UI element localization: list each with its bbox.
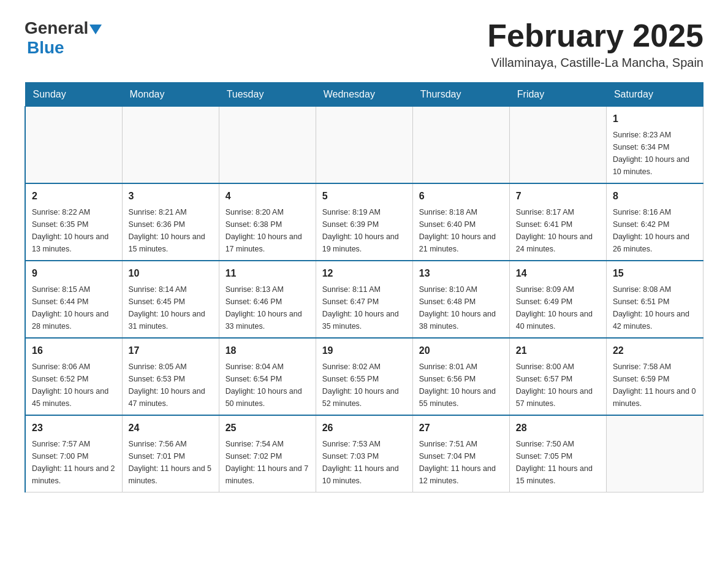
calendar-cell-w3-d7: 15Sunrise: 8:08 AMSunset: 6:51 PMDayligh… xyxy=(606,261,703,338)
logo: General Blue xyxy=(25,18,103,58)
day-number-8: 8 xyxy=(613,189,697,204)
day-info-16: Sunrise: 8:06 AMSunset: 6:52 PMDaylight:… xyxy=(32,361,116,410)
day-number-16: 16 xyxy=(32,343,116,358)
calendar-cell-w4-d5: 20Sunrise: 8:01 AMSunset: 6:56 PMDayligh… xyxy=(412,338,509,415)
calendar-cell-w1-d5 xyxy=(412,107,509,184)
day-info-19: Sunrise: 8:02 AMSunset: 6:55 PMDaylight:… xyxy=(322,361,406,410)
header-tuesday: Tuesday xyxy=(219,83,316,107)
logo-general-text: General xyxy=(25,18,88,38)
calendar-cell-w2-d3: 4Sunrise: 8:20 AMSunset: 6:38 PMDaylight… xyxy=(219,183,316,261)
calendar-week-2: 2Sunrise: 8:22 AMSunset: 6:35 PMDaylight… xyxy=(25,183,703,261)
calendar-cell-w2-d6: 7Sunrise: 8:17 AMSunset: 6:41 PMDaylight… xyxy=(509,183,606,261)
day-info-2: Sunrise: 8:22 AMSunset: 6:35 PMDaylight:… xyxy=(32,206,116,255)
calendar-cell-w1-d1 xyxy=(25,107,122,184)
calendar-cell-w4-d3: 18Sunrise: 8:04 AMSunset: 6:54 PMDayligh… xyxy=(219,338,316,415)
day-number-15: 15 xyxy=(613,266,697,281)
calendar-cell-w1-d6 xyxy=(509,107,606,184)
calendar-cell-w5-d3: 25Sunrise: 7:54 AMSunset: 7:02 PMDayligh… xyxy=(219,415,316,492)
calendar-cell-w2-d7: 8Sunrise: 8:16 AMSunset: 6:42 PMDaylight… xyxy=(606,183,703,261)
calendar-subtitle: Villaminaya, Castille-La Mancha, Spain xyxy=(487,56,703,70)
day-number-2: 2 xyxy=(32,189,116,204)
day-number-3: 3 xyxy=(129,189,213,204)
calendar-cell-w5-d7 xyxy=(606,415,703,492)
header-monday: Monday xyxy=(122,83,219,107)
logo-blue-text: Blue xyxy=(27,38,64,58)
day-info-18: Sunrise: 8:04 AMSunset: 6:54 PMDaylight:… xyxy=(226,361,309,410)
day-number-21: 21 xyxy=(516,343,600,358)
day-number-5: 5 xyxy=(322,189,406,204)
day-info-24: Sunrise: 7:56 AMSunset: 7:01 PMDaylight:… xyxy=(129,438,213,487)
day-number-26: 26 xyxy=(322,421,406,435)
calendar-cell-w4-d7: 22Sunrise: 7:58 AMSunset: 6:59 PMDayligh… xyxy=(606,338,703,415)
calendar-week-3: 9Sunrise: 8:15 AMSunset: 6:44 PMDaylight… xyxy=(25,261,703,338)
calendar-table: Sunday Monday Tuesday Wednesday Thursday… xyxy=(25,82,703,492)
day-info-8: Sunrise: 8:16 AMSunset: 6:42 PMDaylight:… xyxy=(613,206,697,255)
day-info-13: Sunrise: 8:10 AMSunset: 6:48 PMDaylight:… xyxy=(419,283,503,332)
header-thursday: Thursday xyxy=(412,83,509,107)
calendar-title: February 2025 xyxy=(487,18,703,53)
day-number-19: 19 xyxy=(322,343,406,358)
calendar-cell-w2-d2: 3Sunrise: 8:21 AMSunset: 6:36 PMDaylight… xyxy=(122,183,219,261)
header-friday: Friday xyxy=(509,83,606,107)
day-number-24: 24 xyxy=(129,421,213,435)
calendar-cell-w5-d2: 24Sunrise: 7:56 AMSunset: 7:01 PMDayligh… xyxy=(122,415,219,492)
calendar-cell-w3-d2: 10Sunrise: 8:14 AMSunset: 6:45 PMDayligh… xyxy=(122,261,219,338)
calendar-cell-w1-d3 xyxy=(219,107,316,184)
header-saturday: Saturday xyxy=(606,83,703,107)
calendar-week-1: 1Sunrise: 8:23 AMSunset: 6:34 PMDaylight… xyxy=(25,107,703,184)
calendar-cell-w4-d4: 19Sunrise: 8:02 AMSunset: 6:55 PMDayligh… xyxy=(316,338,412,415)
day-info-14: Sunrise: 8:09 AMSunset: 6:49 PMDaylight:… xyxy=(516,283,600,332)
calendar-cell-w4-d1: 16Sunrise: 8:06 AMSunset: 6:52 PMDayligh… xyxy=(25,338,122,415)
day-number-4: 4 xyxy=(226,189,309,204)
day-number-27: 27 xyxy=(419,421,503,435)
day-info-5: Sunrise: 8:19 AMSunset: 6:39 PMDaylight:… xyxy=(322,206,406,255)
day-info-23: Sunrise: 7:57 AMSunset: 7:00 PMDaylight:… xyxy=(32,438,116,487)
calendar-cell-w4-d2: 17Sunrise: 8:05 AMSunset: 6:53 PMDayligh… xyxy=(122,338,219,415)
day-info-27: Sunrise: 7:51 AMSunset: 7:04 PMDaylight:… xyxy=(419,438,503,487)
day-number-23: 23 xyxy=(32,421,116,435)
day-number-11: 11 xyxy=(226,266,309,281)
title-area: February 2025 Villaminaya, Castille-La M… xyxy=(487,18,703,70)
day-number-10: 10 xyxy=(129,266,213,281)
day-info-4: Sunrise: 8:20 AMSunset: 6:38 PMDaylight:… xyxy=(226,206,309,255)
day-number-1: 1 xyxy=(613,112,697,126)
calendar-cell-w5-d5: 27Sunrise: 7:51 AMSunset: 7:04 PMDayligh… xyxy=(412,415,509,492)
day-number-20: 20 xyxy=(419,343,503,358)
calendar-cell-w2-d1: 2Sunrise: 8:22 AMSunset: 6:35 PMDaylight… xyxy=(25,183,122,261)
weekday-header-row: Sunday Monday Tuesday Wednesday Thursday… xyxy=(25,83,703,107)
day-number-18: 18 xyxy=(226,343,309,358)
header-sunday: Sunday xyxy=(25,83,122,107)
calendar-cell-w3-d5: 13Sunrise: 8:10 AMSunset: 6:48 PMDayligh… xyxy=(412,261,509,338)
calendar-cell-w3-d3: 11Sunrise: 8:13 AMSunset: 6:46 PMDayligh… xyxy=(219,261,316,338)
calendar-cell-w2-d5: 6Sunrise: 8:18 AMSunset: 6:40 PMDaylight… xyxy=(412,183,509,261)
calendar-cell-w5-d4: 26Sunrise: 7:53 AMSunset: 7:03 PMDayligh… xyxy=(316,415,412,492)
header-wednesday: Wednesday xyxy=(316,83,412,107)
calendar-cell-w2-d4: 5Sunrise: 8:19 AMSunset: 6:39 PMDaylight… xyxy=(316,183,412,261)
day-info-10: Sunrise: 8:14 AMSunset: 6:45 PMDaylight:… xyxy=(129,283,213,332)
calendar-cell-w1-d2 xyxy=(122,107,219,184)
day-info-3: Sunrise: 8:21 AMSunset: 6:36 PMDaylight:… xyxy=(129,206,213,255)
day-info-1: Sunrise: 8:23 AMSunset: 6:34 PMDaylight:… xyxy=(613,129,697,178)
day-number-7: 7 xyxy=(516,189,600,204)
day-info-28: Sunrise: 7:50 AMSunset: 7:05 PMDaylight:… xyxy=(516,438,600,487)
day-info-21: Sunrise: 8:00 AMSunset: 6:57 PMDaylight:… xyxy=(516,361,600,410)
day-number-14: 14 xyxy=(516,266,600,281)
page-header: General Blue February 2025 Villaminaya, … xyxy=(25,18,703,70)
day-number-25: 25 xyxy=(226,421,309,435)
day-number-9: 9 xyxy=(32,266,116,281)
day-info-25: Sunrise: 7:54 AMSunset: 7:02 PMDaylight:… xyxy=(226,438,309,487)
day-info-17: Sunrise: 8:05 AMSunset: 6:53 PMDaylight:… xyxy=(129,361,213,410)
day-number-22: 22 xyxy=(613,343,697,358)
calendar-cell-w3-d6: 14Sunrise: 8:09 AMSunset: 6:49 PMDayligh… xyxy=(509,261,606,338)
day-info-22: Sunrise: 7:58 AMSunset: 6:59 PMDaylight:… xyxy=(613,361,697,410)
day-info-6: Sunrise: 8:18 AMSunset: 6:40 PMDaylight:… xyxy=(419,206,503,255)
day-number-28: 28 xyxy=(516,421,600,435)
calendar-cell-w3-d4: 12Sunrise: 8:11 AMSunset: 6:47 PMDayligh… xyxy=(316,261,412,338)
day-number-13: 13 xyxy=(419,266,503,281)
calendar-cell-w5-d6: 28Sunrise: 7:50 AMSunset: 7:05 PMDayligh… xyxy=(509,415,606,492)
day-info-20: Sunrise: 8:01 AMSunset: 6:56 PMDaylight:… xyxy=(419,361,503,410)
day-info-11: Sunrise: 8:13 AMSunset: 6:46 PMDaylight:… xyxy=(226,283,309,332)
day-number-6: 6 xyxy=(419,189,503,204)
day-info-26: Sunrise: 7:53 AMSunset: 7:03 PMDaylight:… xyxy=(322,438,406,487)
calendar-cell-w5-d1: 23Sunrise: 7:57 AMSunset: 7:00 PMDayligh… xyxy=(25,415,122,492)
